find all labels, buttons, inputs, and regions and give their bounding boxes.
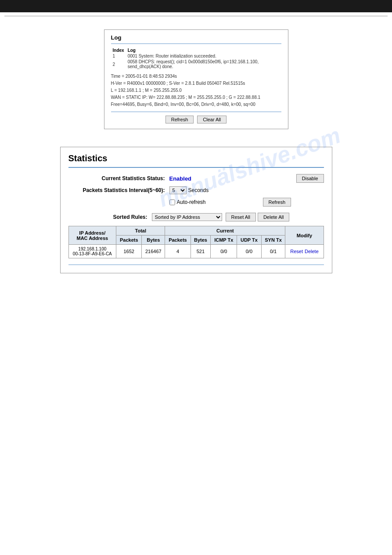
delete-all-button[interactable]: Delete All [258,213,289,221]
log-info-line: Time = 2005-01-01 8:48:53 2934s [111,73,281,80]
log-info-line: WAN = STATIC IP: W= 222.88.88.235 ; M = … [111,94,281,101]
log-info: Time = 2005-01-01 8:48:53 2934sH-Ver = R… [111,73,281,108]
stats-table-row: 192.168.1.10000-13-8F-A9-E6-CA1652216467… [68,245,324,258]
stats-footer-divider [68,265,324,265]
th-ip-mac: IP Address/MAC Address [68,226,116,245]
top-divider [4,16,388,16]
log-buttons: Refresh Clear All [111,116,281,123]
stats-header-divider [68,167,324,168]
stats-section: Statistics Current Statistics Status: En… [60,147,332,273]
autorefresh-checkbox[interactable] [169,200,175,205]
stats-cur-packets: 4 [165,245,191,258]
log-title: Log [111,34,281,41]
stats-icmp-tx: 0/0 [211,245,237,258]
log-info-line: H-Ver = R4000v1 00000000 ; S-Ver = 2.8.1… [111,80,281,87]
current-status-value: Enabled [169,175,296,182]
interval-select[interactable]: 51015203060 [169,186,187,194]
log-info-line: Free=44695, Busy=6, Bind=0, Inv=00, Bc=0… [111,101,281,108]
log-table-row: 20058 DHCPS: request(); cid=1 0x000d8150… [111,59,281,69]
current-status-row: Current Statistics Status: Enabled Disab… [68,174,324,183]
log-row-index: 1 [111,53,126,59]
th-udp-tx: UDP Tx [237,236,261,245]
log-table-row: 10001 System: Router initialization succ… [111,53,281,59]
reset-all-button[interactable]: Reset All [226,213,256,221]
stats-table: IP Address/MAC Address Total Current Mod… [68,226,324,258]
th-current: Current [165,226,285,236]
th-icmp-tx: ICMP Tx [211,236,237,245]
log-col-index: Index [111,47,126,53]
th-total: Total [116,226,165,236]
log-refresh-button[interactable]: Refresh [165,116,194,123]
log-info-line: L = 192.168.1.1 ; M = 255.255.255.0 [111,87,281,94]
th-cur-packets: Packets [165,236,191,245]
stats-title: Statistics [68,153,324,163]
sorted-rules-select[interactable]: Sorted by IP AddressSorted by MAC Addres… [152,213,222,221]
log-row-text: 0001 System: Router initialization succe… [126,53,281,59]
log-section: Log Index Log 10001 System: Router initi… [104,29,288,129]
refresh-button[interactable]: Refresh [263,198,291,207]
log-row-index: 2 [111,59,126,69]
log-table: Index Log 10001 System: Router initializ… [111,47,281,69]
stats-cur-bytes: 521 [191,245,211,258]
log-row-text: 0058 DHCPS: request(); cid=1 0x000d8150e… [126,59,281,69]
stats-syn-tx: 0/1 [261,245,285,258]
log-col-log: Log [126,47,281,53]
interval-row: Packets Statistics Interval(5~60): 51015… [68,186,324,194]
stats-udp-tx: 0/0 [237,245,261,258]
header-bar [0,0,392,12]
autorefresh-label: Auto-refresh [177,199,206,205]
interval-unit: Seconds [188,187,209,193]
interval-label: Packets Statistics Interval(5~60): [68,187,165,193]
th-total-packets: Packets [116,236,142,245]
th-cur-bytes: Bytes [191,236,211,245]
disable-button[interactable]: Disable [296,174,324,183]
log-footer-divider [111,112,281,112]
current-status-label: Current Statistics Status: [68,175,165,181]
stats-modify: ResetDelete [285,245,324,258]
th-modify: Modify [285,226,324,245]
th-syn-tx: SYN Tx [261,236,285,245]
log-clear-all-button[interactable]: Clear All [197,116,227,123]
stats-total-bytes: 216467 [142,245,165,258]
stats-total-packets: 1652 [116,245,142,258]
stats-reset-link[interactable]: Reset [290,249,303,254]
stats-ip-mac: 192.168.1.10000-13-8F-A9-E6-CA [68,245,116,258]
autorefresh-row: Auto-refresh Refresh [169,198,324,207]
log-header-divider [111,44,281,44]
stats-delete-link[interactable]: Delete [305,249,319,254]
th-total-bytes: Bytes [142,236,165,245]
sorted-rules-row: Sorted Rules: Sorted by IP AddressSorted… [95,213,324,221]
sorted-rules-label: Sorted Rules: [95,214,147,220]
